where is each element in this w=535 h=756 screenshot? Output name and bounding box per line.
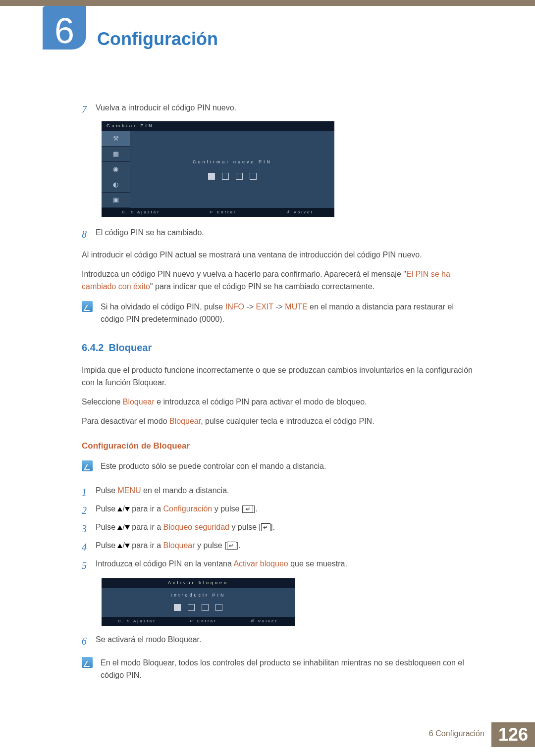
osd-label: Introducir PIN bbox=[170, 592, 225, 599]
pin-digit bbox=[202, 604, 209, 611]
note-text: Si ha olvidado el código PIN, pulse INFO… bbox=[101, 301, 476, 326]
paragraph: Al introducir el código PIN actual se mo… bbox=[82, 249, 476, 261]
note: En el modo Bloquear, todos los controles… bbox=[82, 657, 476, 682]
note-icon bbox=[82, 301, 93, 312]
chapter-badge: 6 bbox=[43, 6, 86, 50]
osd-footer: 0..9 Ajustar ↵ Entrar ↺ Volver bbox=[102, 208, 334, 217]
step-number: 3 bbox=[82, 521, 96, 537]
page-title: Configuración bbox=[97, 29, 218, 50]
arrow-down-icon bbox=[125, 544, 130, 548]
osd-foot-return: ↺ Volver bbox=[286, 209, 314, 215]
osd-foot-adjust: 0..9 Ajustar bbox=[122, 209, 160, 215]
step-number: 8 bbox=[82, 227, 96, 242]
osd-side-icon: ▣ bbox=[102, 193, 130, 208]
osd-foot-enter: ↵ Entrar bbox=[190, 618, 217, 624]
footer-chapter: 6 Configuración bbox=[429, 722, 491, 747]
paragraph: Impida que el producto funcione incorrec… bbox=[82, 364, 476, 389]
step-number: 6 bbox=[82, 634, 96, 649]
arrow-down-icon bbox=[125, 525, 130, 530]
step-6: 6 Se activará el modo Bloquear. bbox=[82, 634, 476, 649]
enter-key-icon bbox=[227, 542, 236, 550]
step-text: El código PIN se ha cambiado. bbox=[96, 227, 476, 242]
arrow-up-icon bbox=[117, 507, 122, 511]
osd-foot-enter: ↵ Entrar bbox=[210, 209, 237, 215]
note: Este producto sólo se puede controlar co… bbox=[82, 460, 476, 473]
osd-title: Cambiar PIN bbox=[102, 121, 334, 131]
pin-boxes bbox=[208, 173, 257, 180]
step-text: Vuelva a introducir el código PIN nuevo. bbox=[96, 102, 476, 117]
osd-sidebar: ⚒ ▦ ◉ ◐ ▣ bbox=[102, 131, 130, 208]
subheading: Configuración de Bloquear bbox=[82, 440, 476, 453]
osd-side-icon: ⚒ bbox=[102, 131, 130, 147]
step-2: 2 Pulse / para ir a Configuración y puls… bbox=[82, 503, 476, 518]
osd-footer: 0..9 Ajustar ↵ Entrar ↺ Volver bbox=[102, 617, 295, 626]
osd-activar-bloqueo: Activar bloqueo Introducir PIN 0..9 Ajus… bbox=[102, 578, 295, 626]
arrow-down-icon bbox=[125, 507, 130, 511]
footer-page-number: 126 bbox=[491, 722, 535, 747]
top-bar bbox=[0, 0, 535, 6]
osd-label: Confirmar nuevo PIN bbox=[193, 159, 272, 166]
step-number: 5 bbox=[82, 558, 96, 573]
step-1: 1 Pulse MENU en el mando a distancia. bbox=[82, 485, 476, 500]
enter-key-icon bbox=[261, 523, 270, 531]
pin-digit bbox=[174, 604, 181, 611]
paragraph: Para desactivar el modo Bloquear, pulse … bbox=[82, 415, 476, 428]
step-number: 2 bbox=[82, 503, 96, 518]
note-text: En el modo Bloquear, todos los controles… bbox=[101, 657, 476, 682]
osd-side-icon: ◉ bbox=[102, 162, 130, 177]
pin-digit bbox=[188, 604, 195, 611]
page-header: 6 Configuración bbox=[0, 6, 535, 50]
pin-digit bbox=[250, 173, 257, 180]
osd-cambiar-pin: Cambiar PIN ⚒ ▦ ◉ ◐ ▣ Confirmar nuevo PI… bbox=[102, 121, 476, 217]
step-number: 4 bbox=[82, 540, 96, 555]
pin-digit bbox=[236, 173, 243, 180]
osd-side-icon: ▦ bbox=[102, 147, 130, 162]
osd-side-icon: ◐ bbox=[102, 177, 130, 193]
arrow-up-icon bbox=[117, 525, 122, 530]
step-text: Pulse / para ir a Bloqueo seguridad y pu… bbox=[96, 521, 476, 537]
step-number: 7 bbox=[82, 102, 96, 117]
note: Si ha olvidado el código PIN, pulse INFO… bbox=[82, 301, 476, 326]
section-title: Bloquear bbox=[108, 342, 152, 353]
step-3: 3 Pulse / para ir a Bloqueo seguridad y … bbox=[82, 521, 476, 537]
step-7: 7 Vuelva a introducir el código PIN nuev… bbox=[82, 102, 476, 117]
paragraph: Seleccione Bloquear e introduzca el códi… bbox=[82, 396, 476, 408]
note-text: Este producto sólo se puede controlar co… bbox=[101, 460, 476, 473]
step-5: 5 Introduzca el código PIN en la ventana… bbox=[82, 558, 476, 573]
osd-title: Activar bloqueo bbox=[102, 578, 295, 588]
step-text: Pulse MENU en el mando a distancia. bbox=[96, 485, 476, 500]
step-text: Pulse / para ir a Bloquear y pulse []. bbox=[96, 540, 476, 555]
step-number: 1 bbox=[82, 485, 96, 500]
page-footer: 6 Configuración 126 bbox=[429, 722, 535, 747]
note-icon bbox=[82, 460, 93, 471]
osd-foot-return: ↺ Volver bbox=[251, 618, 278, 624]
step-4: 4 Pulse / para ir a Bloquear y pulse []. bbox=[82, 540, 476, 555]
section-heading: 6.4.2Bloquear bbox=[82, 340, 476, 355]
step-text: Se activará el modo Bloquear. bbox=[96, 634, 476, 649]
step-text: Introduzca el código PIN en la ventana A… bbox=[96, 558, 476, 573]
step-8: 8 El código PIN se ha cambiado. bbox=[82, 227, 476, 242]
content: 7 Vuelva a introducir el código PIN nuev… bbox=[0, 50, 535, 682]
enter-key-icon bbox=[244, 505, 253, 513]
section-number: 6.4.2 bbox=[82, 342, 104, 353]
osd-foot-adjust: 0..9 Ajustar bbox=[118, 618, 156, 624]
pin-boxes bbox=[174, 604, 222, 611]
note-icon bbox=[82, 657, 93, 668]
pin-digit bbox=[222, 173, 229, 180]
paragraph: Introduzca un código PIN nuevo y vuelva … bbox=[82, 268, 476, 293]
step-text: Pulse / para ir a Configuración y pulse … bbox=[96, 503, 476, 518]
arrow-up-icon bbox=[117, 544, 122, 548]
pin-digit bbox=[215, 604, 222, 611]
pin-digit bbox=[208, 173, 215, 180]
